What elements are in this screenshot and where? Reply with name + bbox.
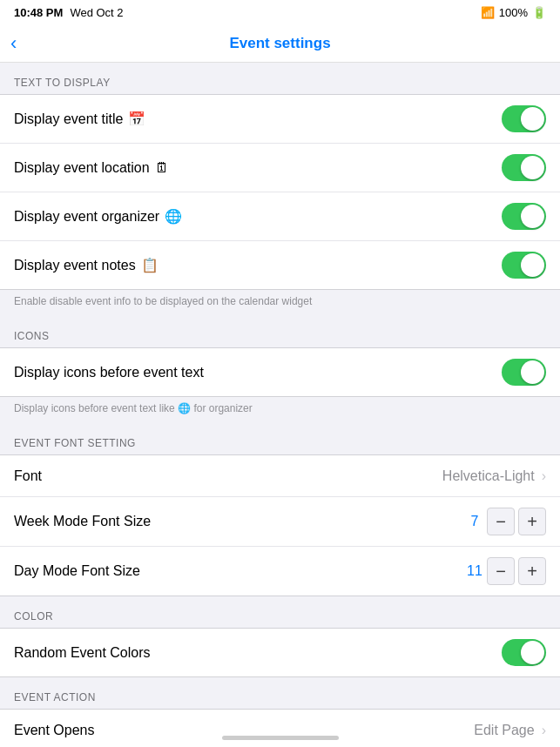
location-icon: 🗓 (155, 160, 169, 176)
week-mode-stepper: 7 − + (466, 508, 546, 535)
toggle-display-title[interactable] (502, 105, 546, 132)
day-mode-stepper: 11 − + (466, 557, 546, 585)
battery-percent: 100% (499, 6, 528, 19)
nav-bar: ‹ Event settings (0, 24, 560, 63)
section-header-icons: ICONS (0, 316, 560, 347)
row-label-font: Font (14, 468, 42, 484)
row-label-event-opens: Event Opens (14, 723, 95, 738)
day-font-size-value: 11 (466, 563, 483, 579)
section-header-text-to-display: TEXT TO DISPLAY (0, 63, 560, 94)
list-item-random-colors: Random Event Colors (0, 629, 560, 676)
text-to-display-hint: Enable disable event info to be displaye… (0, 290, 560, 316)
day-font-size-increment[interactable]: + (518, 557, 546, 585)
notes-icon: 📋 (141, 257, 159, 273)
icons-group: Display icons before event text (0, 347, 560, 397)
section-header-font: EVENT FONT SETTING (0, 423, 560, 454)
row-label-display-notes: Display event notes (14, 258, 136, 273)
list-item: Display event organizer 🌐 (0, 192, 560, 241)
row-label-display-location: Display event location (14, 160, 150, 176)
row-label-week-font-size: Week Mode Font Size (14, 514, 151, 529)
list-item: Display event title 📅 (0, 95, 560, 144)
toggle-display-organizer[interactable] (502, 203, 546, 230)
row-label-display-organizer: Display event organizer (14, 209, 159, 225)
list-item-day-font-size: Day Mode Font Size 11 − + (0, 547, 560, 596)
event-action-group: Event Opens Edit Page › (0, 709, 560, 747)
battery-icon: 🔋 (532, 6, 546, 19)
icons-hint: Display icons before event text like 🌐 f… (0, 397, 560, 423)
status-right: 📶 100% 🔋 (481, 6, 546, 19)
status-bar: 10:48 PM Wed Oct 2 📶 100% 🔋 (0, 0, 560, 24)
status-date: Wed Oct 2 (70, 6, 123, 19)
toggle-display-location[interactable] (502, 154, 546, 181)
row-label-display-title: Display event title (14, 111, 123, 127)
chevron-right-icon: › (542, 468, 546, 484)
row-label-day-font-size: Day Mode Font Size (14, 563, 140, 579)
section-header-color: COLOR (0, 596, 560, 628)
font-settings-group: Font Helvetica-Light › Week Mode Font Si… (0, 454, 560, 596)
list-item-font[interactable]: Font Helvetica-Light › (0, 455, 560, 497)
chevron-right-icon: › (542, 723, 546, 738)
day-font-size-decrement[interactable]: − (487, 557, 515, 585)
section-header-event-action: EVENT ACTION (0, 677, 560, 709)
wifi-icon: 📶 (481, 6, 495, 19)
color-group: Random Event Colors (0, 628, 560, 677)
list-item: Display event notes 📋 (0, 241, 560, 289)
week-font-size-decrement[interactable]: − (487, 508, 515, 535)
organizer-icon: 🌐 (165, 208, 182, 225)
status-time: 10:48 PM (14, 6, 63, 19)
toggle-display-notes[interactable] (502, 252, 546, 279)
list-item: Display icons before event text (0, 348, 560, 396)
toggle-random-colors[interactable] (502, 639, 546, 666)
week-font-size-value: 7 (466, 514, 483, 529)
week-font-size-increment[interactable]: + (518, 508, 546, 535)
toggle-display-icons[interactable] (502, 359, 546, 386)
home-indicator (222, 736, 339, 740)
row-label-random-colors: Random Event Colors (14, 645, 151, 661)
font-value: Helvetica-Light (442, 468, 535, 484)
event-opens-value: Edit Page (474, 723, 534, 738)
calendar-icon: 📅 (128, 111, 145, 127)
list-item-week-font-size: Week Mode Font Size 7 − + (0, 497, 560, 547)
text-to-display-group: Display event title 📅 Display event loca… (0, 94, 560, 290)
list-item: Display event location 🗓 (0, 144, 560, 192)
page-title: Event settings (229, 35, 330, 52)
list-item-event-opens[interactable]: Event Opens Edit Page › (0, 710, 560, 747)
chevron-left-icon: ‹ (10, 32, 17, 55)
back-button[interactable]: ‹ (10, 32, 17, 55)
row-label-display-icons: Display icons before event text (14, 365, 204, 380)
